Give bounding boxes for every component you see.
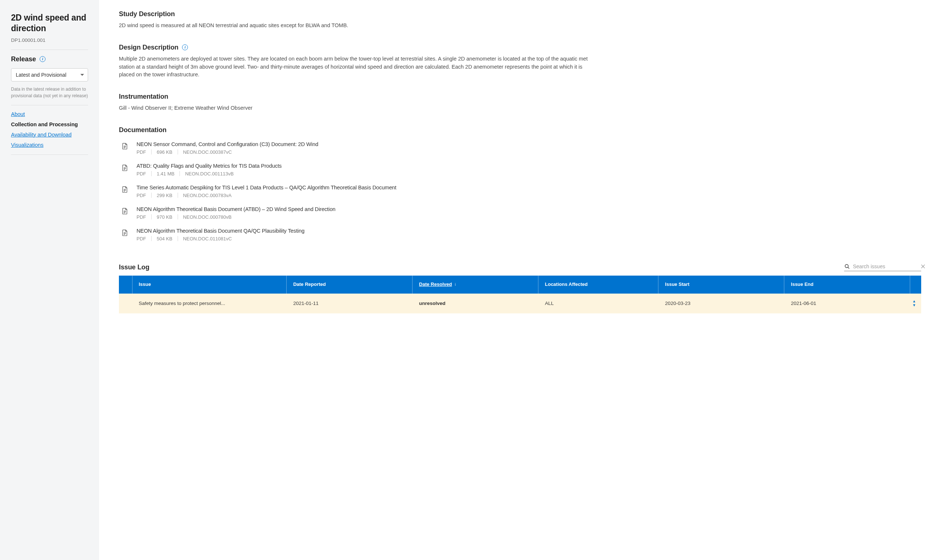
separator bbox=[178, 149, 178, 154]
issue-col-issue[interactable]: Issue bbox=[132, 275, 287, 294]
documentation-section: Documentation NEON Sensor Command, Contr… bbox=[119, 126, 921, 242]
issue-log-heading: Issue Log bbox=[119, 263, 149, 271]
issue-col-date-reported[interactable]: Date Reported bbox=[287, 275, 412, 294]
issue-col-end[interactable]: Issue End bbox=[784, 275, 910, 294]
issue-col-locations[interactable]: Locations Affected bbox=[538, 275, 658, 294]
issue-col-start[interactable]: Issue Start bbox=[658, 275, 784, 294]
chevron-down-icon bbox=[80, 74, 84, 75]
issue-row-date-resolved: unresolved bbox=[412, 294, 538, 313]
doc-meta: PDF504 KBNEON.DOC.011081vC bbox=[137, 236, 921, 242]
doc-title: ATBD: Quality Flags and Quality Metrics … bbox=[137, 163, 921, 169]
issue-log-section: Issue Log Issue Date bbox=[119, 263, 921, 313]
doc-meta: PDF970 KBNEON.DOC.000780vB bbox=[137, 214, 921, 220]
doc-size: 1.41 MB bbox=[157, 171, 174, 177]
issue-row-expand[interactable]: ▲ ▼ bbox=[910, 294, 921, 313]
file-icon bbox=[121, 186, 128, 194]
separator bbox=[151, 149, 152, 154]
separator bbox=[178, 214, 178, 220]
doc-type: PDF bbox=[137, 171, 146, 177]
design-description-heading-label: Design Description bbox=[119, 44, 178, 51]
release-help-text: Data in the latest release in addition t… bbox=[11, 86, 88, 99]
file-icon bbox=[121, 229, 128, 237]
release-select[interactable]: Latest and Provisional bbox=[11, 68, 88, 82]
release-heading-label: Release bbox=[11, 55, 36, 63]
sidebar-item-about[interactable]: About bbox=[11, 111, 25, 117]
issue-search[interactable] bbox=[844, 263, 921, 271]
doc-type: PDF bbox=[137, 149, 146, 155]
separator bbox=[151, 214, 152, 220]
separator bbox=[180, 171, 180, 176]
divider bbox=[11, 105, 88, 105]
documentation-item[interactable]: Time Series Automatic Despiking for TIS … bbox=[119, 185, 921, 198]
sidebar-item-collection[interactable]: Collection and Processing bbox=[11, 122, 78, 127]
documentation-heading: Documentation bbox=[119, 126, 921, 134]
doc-size: 696 KB bbox=[157, 149, 172, 155]
divider bbox=[11, 49, 88, 50]
file-icon bbox=[121, 207, 128, 216]
instrumentation-body: Gill - Wind Observer II; Extreme Weather… bbox=[119, 104, 589, 112]
issue-row-issue: Safety measures to protect personnel... bbox=[132, 294, 287, 313]
search-icon bbox=[844, 263, 850, 269]
design-description-heading: Design Description i bbox=[119, 44, 921, 51]
sidebar-item-visualizations[interactable]: Visualizations bbox=[11, 142, 43, 148]
expand-icon: ▲ ▼ bbox=[912, 300, 916, 308]
doc-id: NEON.DOC.000780vB bbox=[183, 214, 232, 220]
main-content: Study Description 2D wind speed is measu… bbox=[99, 0, 941, 560]
issue-col-expand-spacer bbox=[910, 275, 921, 294]
product-code: DP1.00001.001 bbox=[11, 37, 88, 43]
issue-row-start: 2020-03-23 bbox=[658, 294, 784, 313]
issue-log-table: Issue Date Reported Date Resolved ↓ Loca… bbox=[119, 275, 921, 313]
info-icon[interactable]: i bbox=[40, 56, 46, 62]
file-icon bbox=[121, 164, 128, 172]
issue-row-spacer bbox=[119, 294, 132, 313]
design-description-section: Design Description i Multiple 2D anemome… bbox=[119, 44, 921, 79]
documentation-item[interactable]: NEON Sensor Command, Control and Configu… bbox=[119, 141, 921, 155]
divider bbox=[11, 154, 88, 155]
documentation-item[interactable]: ATBD: Quality Flags and Quality Metrics … bbox=[119, 163, 921, 177]
close-icon[interactable] bbox=[920, 263, 926, 269]
instrumentation-heading: Instrumentation bbox=[119, 93, 921, 100]
issue-col-spacer bbox=[119, 275, 132, 294]
doc-title: NEON Sensor Command, Control and Configu… bbox=[137, 141, 921, 147]
issue-row-locations: ALL bbox=[538, 294, 658, 313]
sidebar-item-availability[interactable]: Availability and Download bbox=[11, 132, 72, 138]
separator bbox=[178, 193, 178, 198]
svg-point-15 bbox=[845, 264, 849, 268]
doc-id: NEON.DOC.000783vA bbox=[183, 193, 232, 198]
separator bbox=[151, 236, 152, 241]
release-heading: Release i bbox=[11, 55, 88, 63]
doc-size: 970 KB bbox=[157, 214, 172, 220]
release-select-value: Latest and Provisional bbox=[16, 72, 66, 78]
doc-id: NEON.DOC.000387vC bbox=[183, 149, 232, 155]
svg-line-16 bbox=[848, 267, 849, 269]
sidebar-nav: About Collection and Processing Availabi… bbox=[11, 111, 88, 148]
issue-log-header-row: Issue Date Reported Date Resolved ↓ Loca… bbox=[119, 275, 921, 294]
doc-type: PDF bbox=[137, 193, 146, 198]
study-description-heading: Study Description bbox=[119, 10, 921, 18]
documentation-item[interactable]: NEON Algorithm Theoretical Basis Documen… bbox=[119, 228, 921, 242]
doc-title: Time Series Automatic Despiking for TIS … bbox=[137, 185, 921, 191]
doc-id: NEON.DOC.011081vC bbox=[183, 236, 232, 242]
doc-meta: PDF696 KBNEON.DOC.000387vC bbox=[137, 149, 921, 155]
design-description-body: Multiple 2D anemometers are deployed at … bbox=[119, 55, 589, 79]
issue-search-input[interactable] bbox=[853, 263, 917, 269]
doc-title: NEON Algorithm Theoretical Basis Documen… bbox=[137, 206, 921, 212]
page-title: 2D wind speed and direction bbox=[11, 12, 88, 34]
doc-meta: PDF299 KBNEON.DOC.000783vA bbox=[137, 193, 921, 198]
doc-size: 504 KB bbox=[157, 236, 172, 242]
issue-row-date-reported: 2021-01-11 bbox=[287, 294, 412, 313]
doc-size: 299 KB bbox=[157, 193, 172, 198]
separator bbox=[151, 193, 152, 198]
info-icon[interactable]: i bbox=[182, 45, 188, 50]
file-icon bbox=[121, 142, 128, 151]
study-description-section: Study Description 2D wind speed is measu… bbox=[119, 10, 921, 30]
separator bbox=[178, 236, 178, 241]
issue-col-date-resolved[interactable]: Date Resolved ↓ bbox=[412, 275, 538, 294]
study-description-body: 2D wind speed is measured at all NEON te… bbox=[119, 22, 589, 30]
doc-id: NEON.DOC.001113vB bbox=[185, 171, 234, 177]
doc-type: PDF bbox=[137, 236, 146, 242]
sort-descending-icon: ↓ bbox=[454, 282, 456, 287]
issue-row-end: 2021-06-01 bbox=[784, 294, 910, 313]
instrumentation-section: Instrumentation Gill - Wind Observer II;… bbox=[119, 93, 921, 112]
documentation-item[interactable]: NEON Algorithm Theoretical Basis Documen… bbox=[119, 206, 921, 220]
